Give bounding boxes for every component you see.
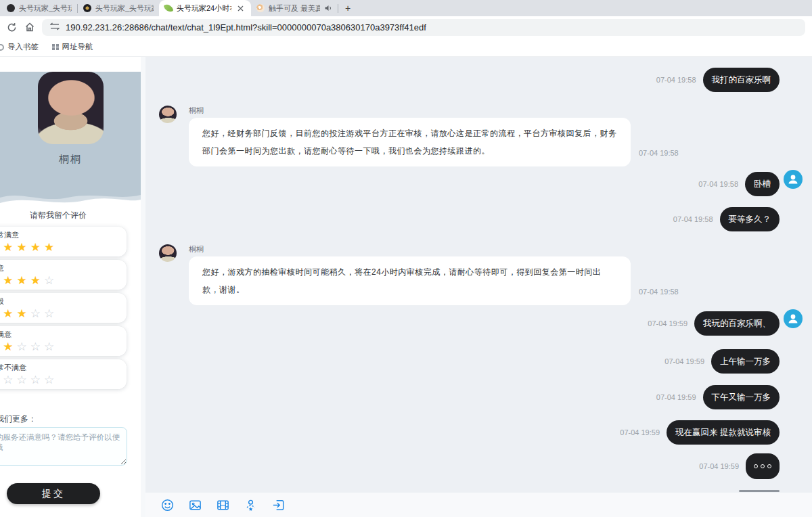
- message-row: 07-04 19:59: [145, 453, 812, 479]
- chat-message-list[interactable]: 07-04 19:58 我打的百家乐啊 桐桐 您好，经财务部门反馈，目前您的投注…: [145, 57, 812, 493]
- tab-separator: [338, 4, 338, 13]
- swap-arrows-icon: [50, 21, 60, 33]
- agent-sidebar: 桐桐 请帮我留个评价 非常满意 ★★★★★ 满意 ★★★★☆ 一般 ★★★☆☆ …: [0, 57, 141, 517]
- bookmark-nav[interactable]: 网址导航: [52, 42, 93, 52]
- tab-title: 头号玩家_头号玩家游: [19, 3, 72, 14]
- message-row: 07-04 19:59 上午输一万多: [145, 349, 812, 374]
- message-row: 07-04 19:59 现在赢回来 提款就说审核: [145, 420, 812, 445]
- wave-divider: [0, 188, 141, 208]
- tab-title: 触手可及 最美真人: [269, 3, 320, 14]
- user-message-bubble: 上午输一万多: [711, 349, 780, 374]
- user-message-bubble: 我玩的百家乐啊、: [694, 311, 780, 336]
- message-row: 桐桐 您好，经财务部门反馈，目前您的投注游戏平台方正在审核，请放心这是正常的流程…: [145, 106, 812, 166]
- exit-icon[interactable]: [271, 497, 286, 512]
- feedback-label: 告诉我们更多：: [0, 413, 141, 425]
- tab-3-active[interactable]: 头号玩家24小时在: [159, 0, 251, 16]
- timestamp: 07-04 19:58: [656, 76, 696, 84]
- tab-4[interactable]: 触手可及 最美真人: [251, 0, 338, 16]
- tab-title: 头号玩家_头号玩家游: [95, 3, 154, 14]
- tab-title: 头号玩家24小时在: [177, 3, 231, 14]
- star-rating[interactable]: ★☆☆☆☆: [0, 374, 127, 386]
- message-row: 07-04 19:58 要等多久？: [145, 207, 812, 231]
- video-icon[interactable]: [215, 497, 230, 512]
- close-icon[interactable]: [235, 3, 246, 14]
- rating-card-neutral[interactable]: 一般 ★★★☆☆: [0, 293, 127, 323]
- timestamp: 07-04 19:58: [673, 215, 713, 223]
- url-text: 190.92.231.26:28686/chat/text/chat_1l9Ep…: [66, 22, 426, 32]
- message-row: 桐桐 您好，游戏方的抽检审核时间可能稍久，将在24小时内审核完成，请耐心等待即可…: [145, 244, 812, 305]
- chat-panel: 07-04 19:58 我打的百家乐啊 桐桐 您好，经财务部门反馈，目前您的投注…: [141, 57, 812, 517]
- agent-avatar-small: [159, 106, 177, 123]
- timestamp: 07-04 19:59: [648, 319, 687, 328]
- submit-button[interactable]: 提交: [7, 483, 100, 504]
- rating-card-very-satisfied[interactable]: 非常满意 ★★★★★: [0, 227, 127, 256]
- user-message-bubble: 现在赢回来 提款就说审核: [667, 420, 780, 445]
- agent-name: 桐桐: [0, 153, 141, 166]
- chat-toolbar: [145, 493, 812, 517]
- speaker-icon[interactable]: [324, 4, 332, 12]
- star-rating[interactable]: ★★★★☆: [0, 274, 127, 287]
- tab-2[interactable]: 头号玩家_头号玩家游: [78, 0, 159, 16]
- agent-transfer-icon[interactable]: [243, 497, 258, 512]
- url-bar[interactable]: 190.92.231.26:28686/chat/text/chat_1l9Ep…: [42, 19, 805, 36]
- tab-4-favicon: [256, 4, 265, 12]
- browser-navbar: 190.92.231.26:28686/chat/text/chat_1l9Ep…: [0, 16, 812, 38]
- user-message-bubble: 卧槽: [745, 172, 780, 196]
- home-icon[interactable]: [24, 21, 36, 33]
- agent-name-label: 桐桐: [189, 106, 679, 116]
- typing-indicator-bubble: [746, 453, 780, 479]
- reload-icon[interactable]: [5, 21, 18, 33]
- star-rating[interactable]: ★★★★★: [0, 241, 127, 254]
- rating-title: 请帮我留个评价: [30, 210, 141, 221]
- bookmark-icon: [0, 44, 4, 51]
- message-row: 07-04 19:59 我玩的百家乐啊、: [145, 311, 812, 336]
- agent-message-bubble: 您好，游戏方的抽检审核时间可能稍久，将在24小时内审核完成，请耐心等待即可，得到…: [189, 256, 631, 305]
- tab-2-favicon: [83, 4, 91, 12]
- timestamp: 07-04 19:58: [639, 288, 679, 296]
- sidebar-header: 桐桐: [0, 72, 141, 188]
- timestamp: 07-04 19:58: [698, 180, 738, 188]
- timestamp: 07-04 19:59: [664, 357, 704, 365]
- timestamp: 07-04 19:59: [699, 462, 739, 470]
- star-rating[interactable]: ★★★☆☆: [0, 307, 127, 320]
- timestamp: 07-04 19:59: [656, 393, 696, 401]
- agent-avatar-large: [38, 72, 104, 144]
- timestamp: 07-04 19:59: [620, 428, 660, 436]
- user-message-bubble: 要等多久？: [720, 207, 780, 231]
- feedback-textarea[interactable]: [0, 427, 127, 466]
- tab-bar: 头号玩家_头号玩家游 头号玩家_头号玩家游 头号玩家24小时在 触手可及 最美真…: [0, 0, 812, 16]
- message-row: 07-04 19:58 我打的百家乐啊: [145, 68, 812, 92]
- rating-card-very-unsatisfied[interactable]: 非常不满意 ★☆☆☆☆: [0, 359, 127, 389]
- timestamp: 07-04 19:58: [639, 149, 679, 157]
- bookmark-import[interactable]: 导入书签: [0, 42, 39, 52]
- agent-name-label: 桐桐: [189, 244, 679, 254]
- agent-message-bubble: 您好，经财务部门反馈，目前您的投注游戏平台方正在审核，请放心这是正常的流程，平台…: [189, 118, 631, 166]
- image-icon[interactable]: [187, 497, 202, 512]
- message-row: 07-04 19:59 下午又输一万多: [145, 385, 812, 409]
- rating-card-unsatisfied[interactable]: 不满意 ★★☆☆☆: [0, 326, 127, 356]
- grid-icon: [52, 44, 59, 51]
- agent-avatar-small: [159, 244, 177, 262]
- user-avatar-icon: [784, 170, 803, 189]
- user-avatar-icon: [784, 309, 803, 328]
- tab-1-favicon: [7, 4, 15, 12]
- scrollbar-thumb[interactable]: [739, 490, 780, 492]
- new-tab-button[interactable]: +: [342, 3, 353, 14]
- rating-card-satisfied[interactable]: 满意 ★★★★☆: [0, 260, 127, 290]
- user-message-bubble: 我打的百家乐啊: [703, 68, 780, 92]
- user-message-bubble: 下午又输一万多: [703, 385, 780, 409]
- tab-1[interactable]: 头号玩家_头号玩家游: [1, 0, 77, 16]
- message-row: 07-04 19:58 卧槽: [145, 172, 812, 196]
- star-rating[interactable]: ★★☆☆☆: [0, 340, 127, 353]
- bookmarks-bar: 导入书签 网址导航: [0, 38, 812, 57]
- leaf-favicon: [164, 3, 174, 14]
- emoji-icon[interactable]: [160, 497, 175, 512]
